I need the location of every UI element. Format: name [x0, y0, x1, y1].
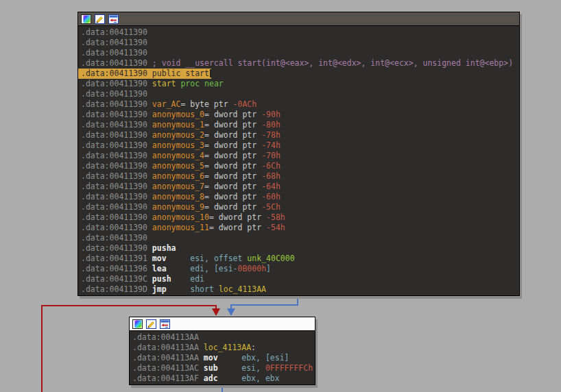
- basic-block-loc-4113aa[interactable]: .data:004113AA.data:004113AA loc_4113AA:…: [129, 317, 315, 385]
- group-nodes-icon[interactable]: [108, 14, 119, 24]
- asm-line[interactable]: .data:00411390 anonymous_5= dword ptr -6…: [81, 161, 519, 171]
- asm-line[interactable]: .data:0041139C push edi: [81, 274, 519, 284]
- edge-jmp-blue: [230, 304, 298, 306]
- disassembly-listing: .data:004113AA.data:004113AA loc_4113AA:…: [130, 331, 315, 384]
- asm-line[interactable]: .data:00411391 mov esi, offset unk_40C00…: [81, 254, 519, 264]
- asm-line[interactable]: .data:00411390 anonymous_9= dword ptr -5…: [81, 202, 519, 212]
- asm-line[interactable]: .data:00411390 public start: [78, 69, 211, 79]
- asm-line[interactable]: .data:00411390 anonymous_8= dword ptr -6…: [81, 192, 519, 202]
- disassembly-listing: .data:00411390.data:00411390.data:004113…: [78, 26, 519, 295]
- asm-line[interactable]: .data:00411390 anonymous_11= dword ptr -…: [81, 223, 519, 233]
- asm-line[interactable]: .data:00411390 anonymous_7= dword ptr -6…: [81, 182, 519, 192]
- text-cursor: [210, 69, 211, 77]
- edge-loopback-red: [41, 305, 43, 392]
- node-title-bar[interactable]: [130, 317, 315, 331]
- edge-jmp-blue-arrowhead: [227, 308, 235, 316]
- edge-loopback-red: [41, 305, 217, 306]
- node-color-palette-icon[interactable]: [81, 14, 91, 24]
- asm-line[interactable]: .data:00411390: [81, 27, 519, 38]
- asm-line[interactable]: .data:004113AA mov ebx, [esi]: [132, 353, 315, 363]
- asm-line[interactable]: .data:00411390 anonymous_3= dword ptr -7…: [81, 140, 519, 151]
- asm-line[interactable]: .data:0041139D jmp short loc_4113AA: [81, 284, 519, 295]
- asm-line[interactable]: .data:00411390: [81, 233, 519, 243]
- asm-line[interactable]: .data:00411390 start proc near: [81, 79, 519, 89]
- asm-line[interactable]: .data:00411390: [81, 38, 519, 48]
- edit-node-icon[interactable]: [95, 14, 105, 24]
- asm-line[interactable]: .data:00411390 anonymous_6= dword ptr -6…: [81, 171, 519, 182]
- asm-line[interactable]: .data:004113AC sub esi, 0FFFFFFFCh: [132, 363, 315, 373]
- basic-block-start[interactable]: .data:00411390.data:00411390.data:004113…: [77, 12, 520, 296]
- asm-line[interactable]: .data:00411390 anonymous_1= dword ptr -8…: [81, 120, 519, 130]
- graph-canvas[interactable]: .data:00411390.data:00411390.data:004113…: [0, 0, 561, 392]
- edge-loopback-red-arrowhead: [212, 308, 220, 316]
- edit-node-icon[interactable]: [146, 319, 156, 329]
- asm-line[interactable]: .data:00411390 pusha: [81, 243, 519, 254]
- asm-line[interactable]: .data:00411390 anonymous_10= dword ptr -…: [81, 212, 519, 223]
- asm-line[interactable]: .data:00411390 anonymous_4= dword ptr -7…: [81, 151, 519, 161]
- asm-line[interactable]: .data:00411390 anonymous_0= dword ptr -9…: [81, 110, 519, 120]
- asm-line[interactable]: .data:004113AA: [132, 332, 315, 343]
- node-title-bar[interactable]: [78, 12, 519, 26]
- asm-line[interactable]: .data:00411390 ; void __usercall start(i…: [81, 58, 519, 69]
- group-nodes-icon[interactable]: [160, 319, 170, 329]
- asm-line[interactable]: .data:00411396 lea edi, [esi-0B000h]: [81, 264, 519, 274]
- asm-line[interactable]: .data:00411390 var_AC= byte ptr -0ACh: [81, 99, 519, 110]
- asm-line[interactable]: .data:004113AF adc ebx, ebx: [132, 373, 315, 384]
- asm-line[interactable]: .data:00411390: [81, 48, 519, 58]
- node-color-palette-icon[interactable]: [132, 319, 143, 329]
- asm-line[interactable]: .data:00411390: [81, 89, 519, 99]
- asm-line[interactable]: .data:00411390 anonymous_2= dword ptr -7…: [81, 130, 519, 140]
- asm-line[interactable]: .data:004113AA loc_4113AA:: [132, 343, 315, 353]
